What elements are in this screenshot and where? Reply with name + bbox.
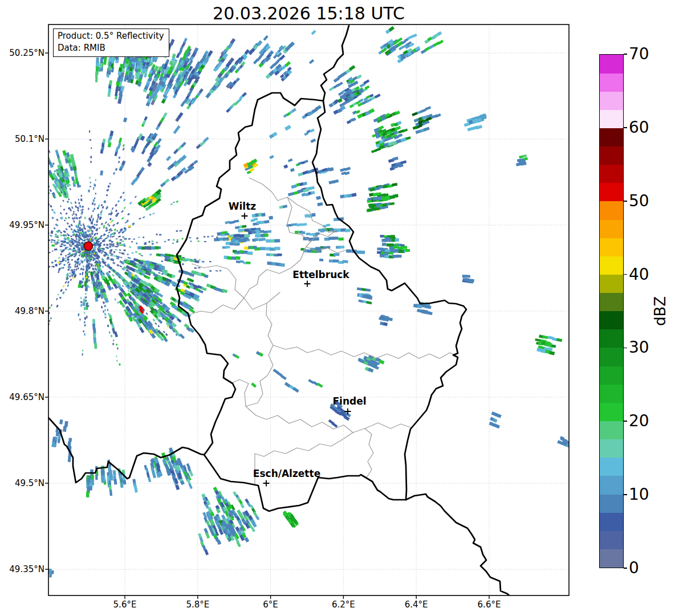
colorbar-swatch: [600, 219, 623, 238]
lat-tick-label: 49.65°N: [0, 392, 44, 402]
lat-tick-label: 49.5°N: [0, 478, 44, 488]
colorbar-swatch: [600, 531, 623, 549]
colorbar-tick: [624, 201, 627, 202]
lat-tick-label: 49.95°N: [0, 220, 44, 230]
colorbar-swatch: [600, 402, 623, 421]
colorbar-tick: [624, 54, 627, 55]
colorbar-tick: [624, 274, 627, 275]
lon-tick-label: 6.4°E: [391, 599, 442, 610]
colorbar-tick-label: 0: [629, 560, 639, 577]
lat-tick-label: 50.1°N: [0, 134, 44, 144]
colorbar-swatch: [600, 366, 623, 385]
colorbar-swatch: [600, 91, 623, 110]
lon-tick-label: 5.6°E: [99, 599, 151, 610]
colorbar-swatch: [600, 238, 623, 256]
colorbar-swatch: [600, 311, 623, 330]
colorbar-swatch: [600, 421, 623, 439]
colorbar: [599, 54, 624, 568]
colorbar-tick-label: 30: [629, 339, 649, 356]
colorbar-swatch: [600, 476, 623, 495]
canton-border-path: [244, 178, 311, 309]
colorbar-swatch: [600, 73, 623, 92]
colorbar-tick-label: 40: [629, 266, 649, 283]
colorbar-swatch: [600, 439, 623, 458]
lat-tick-label: 49.35°N: [0, 564, 44, 574]
colorbar-swatch: [600, 384, 623, 403]
colorbar-swatch: [600, 549, 623, 568]
country-borders: [48, 26, 509, 595]
product-line: Product: 0.5° Reflectivity: [58, 30, 164, 42]
lat-tick-label: 50.25°N: [0, 48, 44, 58]
canton-border-path: [232, 303, 273, 406]
radar-map-screenshot: 20.03.2026 15:18 UTC: [0, 0, 675, 616]
moselle-border: [406, 494, 509, 595]
colorbar-tick-label: 60: [629, 119, 649, 136]
lon-tick-label: 6.6°E: [463, 599, 515, 610]
colorbar-tick-label: 10: [629, 486, 649, 503]
colorbar-swatch: [600, 348, 623, 366]
colorbar-tick: [624, 127, 627, 128]
radar-site-marker: [84, 242, 93, 251]
colorbar-swatch: [600, 458, 623, 476]
belgium-france-border: [48, 418, 204, 483]
city-label: Findel: [332, 395, 366, 407]
colorbar-swatch: [600, 512, 623, 531]
city-marker-icon: [304, 281, 311, 287]
colorbar-tick-label: 20: [629, 413, 649, 430]
colorbar-swatch: [600, 146, 623, 165]
city-label: Ettelbruck: [292, 269, 349, 280]
product-info-box: Product: 0.5° Reflectivity Data: RMIB: [53, 28, 169, 57]
lon-tick-label: 6.2°E: [318, 599, 369, 610]
luxembourg-france-border: [204, 455, 406, 511]
colorbar-swatch: [600, 256, 623, 275]
colorbar-swatch: [600, 201, 623, 220]
colorbar-tick: [624, 568, 627, 569]
colorbar-tick: [624, 348, 627, 349]
colorbar-tick: [624, 421, 627, 422]
colorbar-swatch: [600, 55, 623, 74]
city-marker-icon: [263, 480, 270, 487]
city-label: Wiltz: [229, 201, 256, 212]
colorbar-tick: [624, 494, 627, 495]
colorbar-swatch: [600, 165, 623, 183]
city-label: Esch/Alzette: [253, 468, 320, 479]
colorbar-swatch: [600, 274, 623, 293]
colorbar-unit-label: dBZ: [652, 288, 669, 334]
colorbar-swatch: [600, 128, 623, 146]
data-source-line: Data: RMIB: [58, 42, 164, 54]
radar-echo-field: [0, 26, 577, 578]
colorbar-swatch: [600, 109, 623, 128]
canton-border-path: [246, 406, 372, 434]
lon-tick-label: 5.8°E: [172, 599, 223, 610]
colorbar-swatch: [600, 183, 623, 202]
canton-border-path: [365, 423, 410, 429]
canton-border-path: [367, 434, 373, 478]
lat-tick-label: 49.8°N: [0, 306, 44, 316]
colorbar-swatch: [600, 494, 623, 513]
map-canvas: [0, 0, 675, 616]
colorbar-swatch: [600, 329, 623, 348]
colorbar-tick-label: 70: [629, 46, 649, 63]
lon-tick-label: 6°E: [245, 599, 296, 610]
colorbar-tick-label: 50: [629, 193, 649, 210]
city-marker-icon: [242, 213, 248, 219]
colorbar-swatch: [600, 292, 623, 311]
